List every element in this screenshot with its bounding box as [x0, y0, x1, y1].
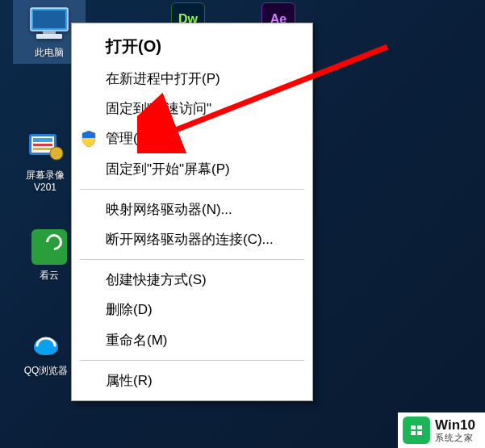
ctx-item-disconnect-network-drive[interactable]: 断开网络驱动器的连接(C)...: [73, 224, 311, 254]
ctx-item-label: 固定到"快速访问": [106, 98, 211, 119]
recorder-icon: [23, 128, 68, 166]
svg-point-9: [50, 147, 63, 160]
ctx-item-label: 打开(O): [106, 33, 161, 59]
context-menu: 打开(O) 在新进程中打开(P) 固定到"快速访问" 管理(G) 固定到"开始"…: [71, 23, 313, 401]
svg-rect-2: [43, 31, 56, 34]
desktop-icon-label: 此电脑: [35, 47, 64, 59]
ctx-item-pin-quick-access[interactable]: 固定到"快速访问": [73, 94, 311, 124]
svg-rect-15: [411, 431, 416, 435]
ctx-item-label: 管理(G): [106, 128, 153, 149]
ctx-separator: [80, 259, 304, 260]
computer-icon: [27, 5, 72, 44]
desktop-icon-label: QQ浏览器: [24, 365, 69, 377]
ctx-item-label: 在新进程中打开(P): [106, 68, 220, 90]
ctx-item-rename[interactable]: 重命名(M): [73, 325, 311, 355]
ctx-item-label: 断开网络驱动器的连接(C)...: [106, 228, 274, 250]
shield-icon: [80, 130, 98, 148]
ctx-item-create-shortcut[interactable]: 创建快捷方式(S): [73, 265, 311, 295]
kanyun-icon: [27, 228, 72, 266]
watermark-logo-icon: [403, 417, 430, 444]
watermark-title: Win10: [435, 418, 475, 433]
svg-rect-3: [36, 34, 62, 39]
svg-rect-13: [411, 425, 416, 429]
ctx-item-label: 删除(D): [106, 299, 153, 320]
watermark: Win10 系统之家: [398, 412, 485, 448]
svg-rect-14: [417, 425, 422, 429]
svg-rect-16: [417, 431, 422, 435]
ctx-separator: [80, 360, 304, 361]
ctx-item-label: 创建快捷方式(S): [106, 269, 207, 291]
ctx-item-open[interactable]: 打开(O): [73, 28, 311, 64]
ctx-separator: [80, 189, 304, 190]
svg-rect-1: [33, 10, 65, 28]
svg-rect-12: [408, 422, 424, 438]
desktop: 此电脑 Dw Ae 屏幕录像 V201 看云: [0, 0, 485, 448]
ctx-item-label: 固定到"开始"屏幕(P): [106, 158, 230, 180]
ctx-item-delete[interactable]: 删除(D): [73, 295, 311, 324]
watermark-subtitle: 系统之家: [435, 433, 475, 442]
qq-browser-icon: [23, 323, 69, 362]
ctx-item-open-new-process[interactable]: 在新进程中打开(P): [73, 64, 311, 94]
ctx-item-label: 属性(R): [106, 370, 153, 391]
svg-rect-8: [33, 148, 52, 150]
ctx-item-map-network-drive[interactable]: 映射网络驱动器(N)...: [73, 195, 311, 224]
svg-rect-6: [33, 138, 52, 142]
svg-rect-7: [33, 144, 52, 146]
ctx-item-properties[interactable]: 属性(R): [73, 366, 311, 396]
desktop-icon-label: 看云: [40, 270, 59, 282]
ctx-item-label: 重命名(M): [106, 329, 167, 351]
ctx-item-label: 映射网络驱动器(N)...: [106, 199, 232, 220]
ctx-item-pin-start[interactable]: 固定到"开始"屏幕(P): [73, 154, 311, 184]
ctx-item-manage[interactable]: 管理(G): [73, 124, 311, 153]
desktop-icon-label: 屏幕录像 V201: [26, 170, 65, 194]
